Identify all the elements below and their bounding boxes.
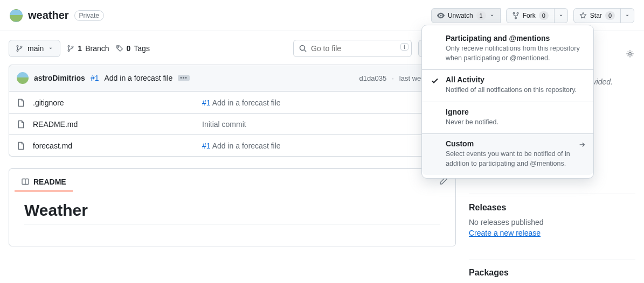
file-pr-ref[interactable]: #1 — [202, 142, 211, 150]
fork-count: 0 — [539, 11, 549, 20]
readme-card: README Weather — [9, 168, 456, 246]
watch-menu-item-title: Participating and @mentions — [446, 34, 585, 43]
svg-point-2 — [517, 12, 518, 14]
watch-count: 1 — [476, 11, 486, 20]
file-icon — [17, 98, 25, 107]
unwatch-button[interactable]: Unwatch 1 — [431, 8, 501, 23]
svg-point-7 — [68, 46, 70, 47]
file-name[interactable]: README.md — [33, 120, 195, 129]
watch-menu-item[interactable]: IgnoreNever be notified. — [422, 102, 593, 134]
visibility-badge: Private — [74, 10, 104, 21]
watch-menu-item-desc: Only receive notifications from this rep… — [446, 44, 585, 63]
commit-title[interactable]: Add in a forecast file — [105, 74, 173, 82]
tags-count: 0 — [127, 44, 131, 53]
file-icon — [17, 120, 25, 129]
readme-tab-label: README — [33, 178, 66, 186]
repo-name[interactable]: weather — [28, 9, 69, 22]
svg-point-8 — [68, 50, 70, 52]
commit-author[interactable]: astroDimitrios — [34, 74, 85, 82]
star-icon — [579, 12, 587, 19]
search-icon — [299, 44, 307, 53]
file-row[interactable]: README.mdInitial commit — [9, 113, 455, 135]
star-count: 0 — [605, 11, 615, 20]
search-shortcut: t — [400, 43, 408, 51]
branch-icon — [67, 45, 74, 52]
star-caret-button[interactable] — [620, 8, 634, 23]
fork-label: Fork — [523, 12, 536, 19]
commit-sha[interactable]: d1da035 — [359, 74, 387, 82]
star-label: Star — [590, 12, 602, 19]
fork-button[interactable]: Fork 0 — [506, 8, 555, 23]
releases-block: Releases No releases published Create a … — [469, 194, 635, 237]
watch-menu-item-title: All Activity — [446, 75, 585, 84]
file-row[interactable]: forecast.md#1 Add in a forecast file — [9, 135, 455, 156]
branches-count: 1 — [78, 44, 82, 53]
star-button-group: Star 0 — [573, 8, 634, 23]
releases-heading: Releases — [469, 203, 635, 213]
file-icon — [17, 142, 25, 150]
book-icon — [21, 178, 30, 186]
watch-menu-item[interactable]: Participating and @mentionsOnly receive … — [422, 29, 593, 69]
watch-menu-item-title: Custom — [446, 139, 585, 148]
star-button[interactable]: Star 0 — [573, 8, 621, 23]
svg-point-1 — [513, 12, 515, 14]
svg-point-10 — [117, 47, 119, 48]
tags-word: Tags — [134, 44, 150, 53]
latest-commit-bar: astroDimitrios #1 Add in a forecast file… — [9, 65, 456, 91]
svg-point-6 — [20, 46, 22, 48]
branch-name: main — [27, 44, 44, 53]
file-commit-msg[interactable]: #1 Add in a forecast file — [202, 98, 448, 107]
watch-menu-item[interactable]: CustomSelect events you want to be notif… — [422, 133, 593, 175]
branches-word: Branch — [85, 44, 109, 53]
fork-button-group: Fork 0 — [506, 8, 568, 23]
svg-point-4 — [17, 46, 18, 47]
caret-down-icon — [48, 46, 53, 51]
svg-point-9 — [72, 46, 73, 48]
svg-point-3 — [515, 17, 516, 18]
file-search: t — [293, 40, 412, 57]
watch-menu-item-desc: Notified of all notifications on this re… — [446, 86, 585, 95]
caret-down-icon — [625, 13, 630, 18]
readme-title: Weather — [24, 201, 440, 224]
commit-more-button[interactable]: ••• — [178, 75, 190, 81]
check-icon — [431, 76, 439, 85]
gear-icon[interactable] — [626, 49, 634, 58]
file-commit-msg[interactable]: #1 Add in a forecast file — [202, 142, 448, 150]
readme-tab[interactable]: README — [15, 173, 73, 192]
svg-point-0 — [440, 15, 441, 16]
file-pr-ref[interactable]: #1 — [202, 98, 211, 107]
svg-point-5 — [17, 50, 18, 52]
watch-menu: Participating and @mentionsOnly receive … — [421, 25, 594, 179]
packages-heading: Packages — [469, 268, 635, 278]
fork-icon — [512, 12, 520, 19]
caret-down-icon — [489, 13, 495, 18]
eye-icon — [437, 12, 445, 19]
fork-caret-button[interactable] — [554, 8, 568, 23]
svg-point-11 — [300, 46, 305, 51]
tags-link[interactable]: 0 Tags — [116, 44, 150, 53]
branch-icon — [16, 45, 23, 52]
watch-menu-item-desc: Select events you want to be notified of… — [446, 150, 585, 168]
packages-block: Packages No packages published Publish y… — [469, 259, 635, 283]
file-row[interactable]: .gitignore#1 Add in a forecast file — [9, 91, 455, 113]
tag-icon — [116, 45, 123, 52]
file-name[interactable]: forecast.md — [33, 142, 195, 150]
file-table: .gitignore#1 Add in a forecast fileREADM… — [9, 91, 456, 157]
file-name[interactable]: .gitignore — [33, 98, 195, 107]
commit-pr-ref[interactable]: #1 — [91, 74, 99, 82]
file-commit-msg[interactable]: Initial commit — [202, 120, 448, 129]
create-release-link[interactable]: Create a new release — [469, 229, 541, 237]
owner-avatar[interactable] — [10, 9, 23, 22]
unwatch-label: Unwatch — [448, 12, 473, 19]
branch-select-button[interactable]: main — [9, 40, 60, 57]
branches-link[interactable]: 1 Branch — [67, 44, 109, 53]
commit-dot: · — [392, 74, 394, 82]
watch-menu-item-desc: Never be notified. — [446, 118, 585, 128]
commit-author-avatar[interactable] — [17, 72, 29, 84]
caret-down-icon — [558, 13, 564, 18]
watch-menu-item[interactable]: All ActivityNotified of all notification… — [422, 69, 593, 102]
file-nav-bar: main 1 Branch 0 Tags t — [9, 40, 456, 57]
file-search-input[interactable] — [293, 40, 412, 57]
releases-none: No releases published — [469, 218, 635, 227]
watch-menu-item-title: Ignore — [446, 108, 585, 116]
